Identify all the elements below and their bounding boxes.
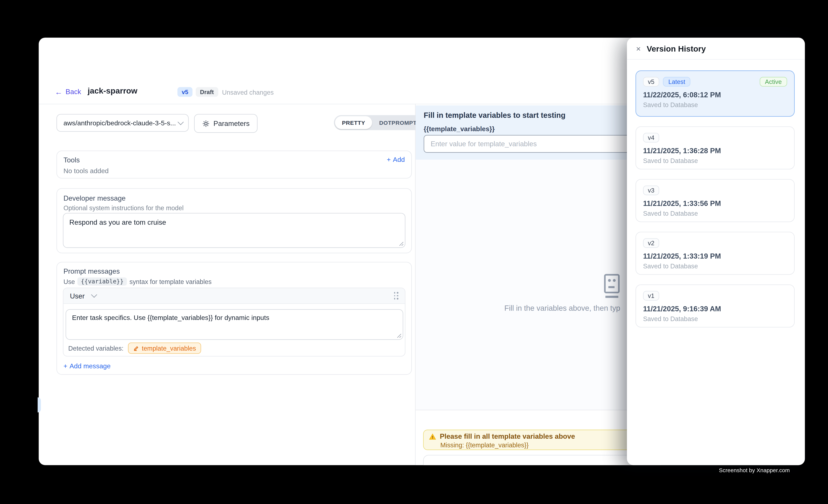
add-message-button[interactable]: + Add message xyxy=(64,363,111,370)
tools-empty-text: No tools added xyxy=(64,167,109,175)
chat-message-input[interactable] xyxy=(423,455,661,465)
model-selector-value: aws/anthropic/bedrock-claude-3-5-s... xyxy=(64,119,176,127)
version-timestamp: 11/21/2025, 1:33:19 PM xyxy=(643,252,787,260)
prompt-messages-title: Prompt messages xyxy=(64,267,120,275)
prompt-messages-card: Prompt messages Use {{variable}} syntax … xyxy=(56,262,412,375)
version-timestamp: 11/21/2025, 1:36:28 PM xyxy=(643,147,787,155)
chevron-down-icon[interactable] xyxy=(91,292,97,298)
version-card-v4[interactable]: v4 11/21/2025, 1:36:28 PM Saved to Datab… xyxy=(635,126,795,169)
version-card-v2[interactable]: v2 11/21/2025, 1:33:19 PM Saved to Datab… xyxy=(635,232,795,275)
gear-icon xyxy=(202,120,210,127)
template-variable-chip[interactable]: template_variables xyxy=(128,342,201,354)
developer-message-title: Developer message xyxy=(64,194,126,202)
version-source: Saved to Database xyxy=(643,101,787,109)
bot-face-icon xyxy=(601,273,622,299)
message-role-header: User xyxy=(64,288,405,304)
add-tool-button[interactable]: + Add xyxy=(387,156,405,164)
warning-missing-text: Missing: {{template_variables}} xyxy=(440,442,655,449)
edge-toast-sliver xyxy=(38,397,41,412)
version-history-panel: × Version History v5 Latest Active 11/22… xyxy=(627,38,805,465)
developer-message-subtitle: Optional system instructions for the mod… xyxy=(64,204,183,212)
version-source: Saved to Database xyxy=(643,262,787,270)
tools-card: Tools + Add No tools added xyxy=(56,151,412,179)
template-variable-name: {{template_variables}} xyxy=(424,125,495,133)
model-selector[interactable]: aws/anthropic/bedrock-claude-3-5-s... xyxy=(56,114,189,132)
prompt-message-input[interactable]: Enter task specifics. Use {{template_var… xyxy=(66,309,403,340)
watermark: Screenshot by Xnapper.com xyxy=(719,467,790,473)
unsaved-changes-label: Unsaved changes xyxy=(222,89,274,96)
variable-syntax-chip: {{variable}} xyxy=(78,278,127,286)
detected-variables-label: Detected variables: xyxy=(68,344,124,352)
format-toggle: PRETTY DOTPROMPT xyxy=(334,115,425,130)
missing-variables-warning: ! Please fill in all template variables … xyxy=(423,430,661,450)
back-arrow-icon: ← xyxy=(55,88,62,95)
page-title: jack-sparrow xyxy=(88,86,137,95)
role-select-value[interactable]: User xyxy=(70,292,84,300)
detected-variables-row: Detected variables: template_variables xyxy=(68,342,201,354)
tools-title: Tools xyxy=(64,156,80,164)
warning-title: Please fill in all template variables ab… xyxy=(440,432,575,440)
svg-text:!: ! xyxy=(432,435,433,439)
developer-message-card: Developer message Optional system instru… xyxy=(56,188,412,253)
plus-icon: + xyxy=(64,363,67,370)
plus-icon: + xyxy=(387,156,391,164)
hint-suffix: syntax for template variables xyxy=(129,278,211,285)
template-variables-heading: Fill in template variables to start test… xyxy=(424,111,566,120)
draft-badge: Draft xyxy=(196,87,218,97)
version-number-badge: v2 xyxy=(643,238,659,248)
chevron-down-icon xyxy=(178,119,184,125)
version-timestamp: 11/22/2025, 6:08:12 PM xyxy=(643,91,787,99)
parameters-button[interactable]: Parameters xyxy=(194,114,258,133)
warning-triangle-icon: ! xyxy=(429,433,436,439)
version-source: Saved to Database xyxy=(643,315,787,323)
version-card-v5[interactable]: v5 Latest Active 11/22/2025, 6:08:12 PM … xyxy=(635,70,795,117)
version-number-badge: v4 xyxy=(643,133,659,142)
version-card-v3[interactable]: v3 11/21/2025, 1:33:56 PM Saved to Datab… xyxy=(635,179,795,222)
drag-handle-icon[interactable] xyxy=(394,292,399,299)
prompt-message-block: User Enter task specifics. Use {{templat… xyxy=(63,288,405,356)
add-tool-label: Add xyxy=(393,156,405,164)
empty-state-hint: Fill in the variables above, then typ xyxy=(504,304,620,312)
parameters-label: Parameters xyxy=(213,119,250,127)
version-badge: v5 xyxy=(177,87,193,97)
version-timestamp: 11/21/2025, 1:33:56 PM xyxy=(643,200,787,208)
version-number-badge: v3 xyxy=(643,185,659,195)
template-syntax-hint: Use {{variable}} syntax for template var… xyxy=(64,278,211,286)
add-message-label: Add message xyxy=(70,363,111,370)
version-history-header: × Version History xyxy=(627,38,805,60)
version-number-badge: v5 xyxy=(643,77,659,87)
template-variable-chip-label: template_variables xyxy=(142,344,196,352)
back-label: Back xyxy=(66,88,81,96)
version-source: Saved to Database xyxy=(643,210,787,217)
developer-message-input[interactable]: Respond as you are tom cruise xyxy=(63,213,405,248)
version-card-v1[interactable]: v1 11/21/2025, 9:16:39 AM Saved to Datab… xyxy=(635,284,795,328)
latest-badge: Latest xyxy=(663,77,691,87)
hint-prefix: Use xyxy=(64,278,75,285)
version-number-badge: v1 xyxy=(643,291,659,301)
pencil-icon xyxy=(133,345,139,351)
version-history-title: Version History xyxy=(647,44,706,53)
screen: ← Back jack-sparrow v5 Draft Unsaved cha… xyxy=(0,0,828,504)
active-badge: Active xyxy=(759,77,787,87)
close-icon[interactable]: × xyxy=(636,44,641,52)
back-button[interactable]: ← Back xyxy=(55,88,81,96)
version-timestamp: 11/21/2025, 9:16:39 AM xyxy=(643,305,787,313)
format-option-pretty[interactable]: PRETTY xyxy=(335,116,372,129)
version-source: Saved to Database xyxy=(643,157,787,165)
